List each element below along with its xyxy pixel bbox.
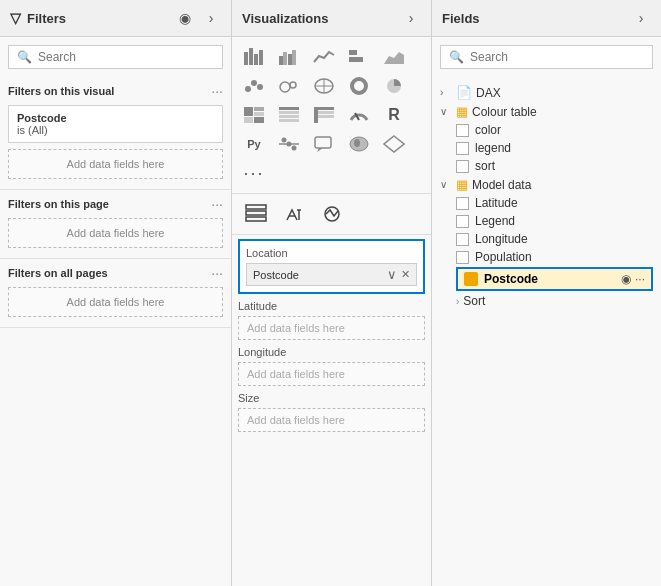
- filters-header-icons: ◉ ›: [175, 8, 221, 28]
- viz-treemap[interactable]: [238, 101, 270, 129]
- svg-rect-25: [254, 117, 264, 123]
- viz-size-add[interactable]: Add data fields here: [238, 408, 425, 432]
- model-data-label: Model data: [472, 178, 531, 192]
- viz-line-chart[interactable]: [308, 43, 340, 71]
- color-checkbox[interactable]: [456, 124, 469, 137]
- viz-Py[interactable]: Py: [238, 130, 270, 158]
- field-population[interactable]: Population: [456, 248, 653, 266]
- filters-visual-add-fields[interactable]: Add data fields here: [8, 149, 223, 179]
- svg-rect-3: [259, 50, 263, 65]
- viz-diamond[interactable]: [378, 130, 410, 158]
- viz-longitude-label: Longitude: [238, 346, 425, 358]
- filters-page-header: Filters on this page ···: [8, 196, 223, 212]
- svg-point-14: [280, 82, 290, 92]
- filters-allpages-add-fields[interactable]: Add data fields here: [8, 287, 223, 317]
- viz-more[interactable]: ···: [238, 159, 270, 187]
- viz-speech[interactable]: [308, 130, 340, 158]
- viz-longitude-group: Longitude Add data fields here: [238, 346, 425, 392]
- sort-checkbox[interactable]: [456, 160, 469, 173]
- field-legend2[interactable]: Legend: [456, 212, 653, 230]
- viz-postcode-chip[interactable]: Postcode ∨ ✕: [246, 263, 417, 286]
- filters-visual-header: Filters on this visual ···: [8, 83, 223, 99]
- viz-longitude-add[interactable]: Add data fields here: [238, 362, 425, 386]
- viz-donut[interactable]: [343, 72, 375, 100]
- viz-decomp[interactable]: [273, 130, 305, 158]
- svg-rect-27: [279, 111, 299, 114]
- viz-filled-map[interactable]: [343, 130, 375, 158]
- viz-matrix[interactable]: [308, 101, 340, 129]
- dax-icon: 📄: [456, 85, 472, 100]
- fields-expand-icon[interactable]: ›: [631, 8, 651, 28]
- tree-item-dax[interactable]: › 📄 DAX: [440, 83, 653, 102]
- svg-rect-1: [249, 48, 253, 65]
- viz-bubble[interactable]: [273, 72, 305, 100]
- viz-latitude-group: Latitude Add data fields here: [238, 300, 425, 346]
- sort-chevron: ›: [456, 296, 459, 307]
- fields-search-icon: 🔍: [449, 50, 464, 64]
- viz-area-chart[interactable]: [378, 43, 410, 71]
- sort-label: Sort: [463, 294, 485, 308]
- longitude-checkbox[interactable]: [456, 233, 469, 246]
- field-sort[interactable]: sort: [456, 157, 653, 175]
- model-data-group: ∨ ▦ Model data Latitude Legend Longitude: [440, 175, 653, 310]
- postcode-dot: [464, 272, 478, 286]
- colour-table-group: ∨ ▦ Colour table color legend sort: [440, 102, 653, 175]
- field-latitude[interactable]: Latitude: [456, 194, 653, 212]
- viz-clustered-bar[interactable]: [273, 43, 305, 71]
- viz-map[interactable]: [308, 72, 340, 100]
- population-checkbox[interactable]: [456, 251, 469, 264]
- viz-chip-chevron[interactable]: ∨: [387, 267, 397, 282]
- field-postcode-highlighted[interactable]: Postcode ◉ ···: [456, 267, 653, 291]
- postcode-eye-icon[interactable]: ◉: [621, 272, 631, 286]
- field-longitude[interactable]: Longitude: [456, 230, 653, 248]
- svg-rect-9: [349, 57, 363, 62]
- svg-marker-43: [384, 136, 404, 152]
- dax-label: DAX: [476, 86, 501, 100]
- viz-latitude-add[interactable]: Add data fields here: [238, 316, 425, 340]
- filter-postcode-value: is (All): [17, 124, 214, 136]
- filters-allpages-dots[interactable]: ···: [211, 265, 223, 281]
- viz-format-tab[interactable]: [280, 200, 308, 228]
- postcode-more-icon[interactable]: ···: [635, 272, 645, 286]
- viz-fields-tab[interactable]: [242, 200, 270, 228]
- tree-item-colour-table[interactable]: ∨ ▦ Colour table: [440, 102, 653, 121]
- filters-expand-icon[interactable]: ›: [201, 8, 221, 28]
- filters-search-box[interactable]: 🔍: [8, 45, 223, 69]
- svg-rect-5: [283, 52, 287, 65]
- legend2-checkbox[interactable]: [456, 215, 469, 228]
- filters-page-dots[interactable]: ···: [211, 196, 223, 212]
- filters-page-label: Filters on this page: [8, 198, 109, 210]
- fields-search-input[interactable]: [470, 50, 644, 64]
- viz-chip-close[interactable]: ✕: [401, 268, 410, 281]
- filters-allpages-label: Filters on all pages: [8, 267, 108, 279]
- viz-icon-grid: R Py ···: [232, 37, 431, 193]
- viz-pie[interactable]: [378, 72, 410, 100]
- filter-postcode-card: Postcode is (All): [8, 105, 223, 143]
- filters-allpages-header: Filters on all pages ···: [8, 265, 223, 281]
- viz-scatter[interactable]: [238, 72, 270, 100]
- field-legend[interactable]: legend: [456, 139, 653, 157]
- field-color[interactable]: color: [456, 121, 653, 139]
- filters-visual-dots[interactable]: ···: [211, 83, 223, 99]
- viz-expand-icon[interactable]: ›: [401, 8, 421, 28]
- svg-rect-24: [244, 117, 253, 123]
- fields-tree: › 📄 DAX ∨ ▦ Colour table color legend: [432, 77, 661, 586]
- viz-bar-chart[interactable]: [343, 43, 375, 71]
- tree-item-model-data[interactable]: ∨ ▦ Model data: [440, 175, 653, 194]
- filters-eye-icon[interactable]: ◉: [175, 8, 195, 28]
- filters-search-input[interactable]: [38, 50, 214, 64]
- viz-table[interactable]: [273, 101, 305, 129]
- legend-checkbox[interactable]: [456, 142, 469, 155]
- field-sort2[interactable]: › Sort: [456, 292, 653, 310]
- filters-page-add-fields[interactable]: Add data fields here: [8, 218, 223, 248]
- fields-search-box[interactable]: 🔍: [440, 45, 653, 69]
- visualizations-panel: Visualizations › R Py: [232, 0, 432, 586]
- viz-stacked-bar[interactable]: [238, 43, 270, 71]
- latitude-checkbox[interactable]: [456, 197, 469, 210]
- viz-analytics-tab[interactable]: [318, 200, 346, 228]
- svg-rect-22: [254, 107, 264, 111]
- viz-gauge[interactable]: [343, 101, 375, 129]
- dax-chevron: ›: [440, 87, 452, 98]
- viz-R[interactable]: R: [378, 101, 410, 129]
- svg-point-13: [257, 84, 263, 90]
